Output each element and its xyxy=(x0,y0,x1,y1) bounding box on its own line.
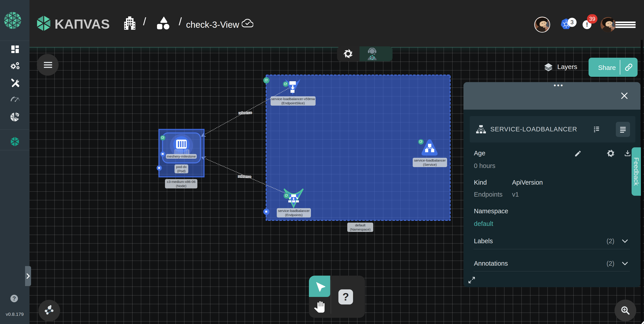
svg-text:reference: reference xyxy=(238,111,252,115)
svg-text:reference: reference xyxy=(238,174,251,178)
